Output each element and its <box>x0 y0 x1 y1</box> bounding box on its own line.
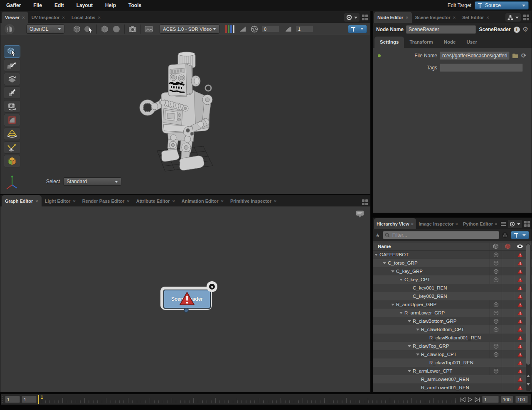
visibility-cell[interactable] <box>514 284 526 292</box>
scene-cube-cell[interactable] <box>490 267 502 275</box>
star-icon[interactable] <box>375 232 380 238</box>
expander-icon[interactable] <box>398 312 404 314</box>
node-editor-tab[interactable]: Scene Inspector <box>412 12 459 23</box>
tree-row[interactable]: R_armLower001_REN <box>373 383 532 392</box>
expander-icon[interactable] <box>414 329 421 331</box>
graph-tab[interactable]: Attribute Editor <box>133 195 178 206</box>
tree-row[interactable]: C_key002_REN <box>373 292 532 300</box>
layout-grid-icon[interactable] <box>523 15 529 20</box>
tags-input[interactable] <box>440 64 523 72</box>
light-tool[interactable] <box>4 128 20 140</box>
tree-row[interactable]: R_clawTop_CPT <box>373 350 532 358</box>
tree-row[interactable]: R_armUpper_GRP <box>373 300 532 309</box>
red-cube-cell[interactable] <box>502 275 514 284</box>
tree-row[interactable]: R_armLower_GRP <box>373 309 532 317</box>
visibility-cell[interactable] <box>514 358 526 367</box>
scene-cube-cell[interactable] <box>490 325 502 334</box>
filter-field[interactable] <box>383 231 499 239</box>
node-editor-tab[interactable]: Set Editor <box>459 12 492 23</box>
scene-cube-cell[interactable] <box>490 300 502 309</box>
hierarchy-tab[interactable]: Image Inspector <box>416 218 461 229</box>
scroll-down-icon[interactable] <box>527 383 530 386</box>
viewer-target-menu-button[interactable] <box>344 13 360 22</box>
snapshot-button[interactable] <box>127 24 138 34</box>
scene-cube-cell[interactable] <box>490 342 502 350</box>
scrollbar[interactable] <box>526 243 531 391</box>
pause-hand-button[interactable] <box>4 24 15 34</box>
close-icon[interactable] <box>73 199 75 204</box>
display-transform-dropdown[interactable]: ACES 1.0 - SDR Video <box>160 25 219 34</box>
translate-tool[interactable] <box>4 59 20 71</box>
playback-end-input[interactable] <box>501 396 513 403</box>
playback-start-input[interactable] <box>482 396 499 403</box>
compare-image-button[interactable] <box>143 24 155 34</box>
visibility-cell[interactable] <box>514 259 526 267</box>
viewer-tab[interactable]: Viewer <box>2 12 28 23</box>
node-editor-tab[interactable]: Node Editor <box>374 12 412 23</box>
menu-item[interactable]: Tools <box>122 0 148 11</box>
node-name-input[interactable] <box>406 25 476 34</box>
tree-row[interactable]: C_key001_REN <box>373 284 532 292</box>
red-cube-cell[interactable] <box>502 325 514 334</box>
viewer-pin-dropdown[interactable] <box>348 25 367 33</box>
red-cube-cell[interactable] <box>502 342 514 350</box>
scale-tool[interactable] <box>4 86 20 99</box>
visibility-cell[interactable] <box>514 342 526 350</box>
graph-tab[interactable]: Primitive Inspector <box>227 195 280 206</box>
visibility-cell[interactable] <box>514 267 526 275</box>
red-cube-cell[interactable] <box>502 334 514 342</box>
visibility-cell[interactable] <box>514 350 526 358</box>
close-icon[interactable] <box>495 221 497 226</box>
select-dropdown[interactable]: Standard <box>63 177 121 186</box>
visibility-cell[interactable] <box>514 367 526 375</box>
expander-icon[interactable] <box>414 354 421 356</box>
visibility-cell[interactable] <box>514 275 526 284</box>
tree-row[interactable]: R_clawBottom001_REN <box>373 334 532 342</box>
visibility-column-header[interactable] <box>514 243 526 250</box>
selection-tool[interactable] <box>4 45 20 58</box>
close-icon[interactable] <box>406 15 408 20</box>
red-cube-cell[interactable] <box>502 367 514 375</box>
visibility-cell[interactable] <box>514 325 526 334</box>
red-cube-cell[interactable] <box>502 375 514 383</box>
red-cube-cell[interactable] <box>502 309 514 317</box>
close-icon[interactable] <box>455 221 458 226</box>
viewer-tab[interactable]: Local Jobs <box>68 12 104 23</box>
play-icon[interactable] <box>468 397 473 402</box>
red-cube-cell[interactable] <box>502 292 514 300</box>
menu-item[interactable]: Edit <box>48 0 70 11</box>
scene-reader-node[interactable]: SceneReader <box>160 287 212 310</box>
visibility-cell[interactable] <box>514 292 526 300</box>
expander-icon[interactable] <box>389 270 396 273</box>
camera-tool[interactable] <box>4 100 20 113</box>
scene-cube-cell[interactable] <box>490 250 502 259</box>
expander-icon[interactable] <box>406 320 413 322</box>
visualiser-tool[interactable] <box>4 155 20 167</box>
light-position-tool[interactable] <box>4 141 20 154</box>
subtab[interactable]: Node <box>438 37 461 48</box>
timeline-grip[interactable] <box>2 396 2 403</box>
red-cube-cell[interactable] <box>502 250 514 259</box>
menu-item[interactable]: Gaffer <box>0 0 27 11</box>
file-name-input[interactable] <box>440 52 510 60</box>
graph-tab[interactable]: Animation Editor <box>178 195 227 206</box>
close-icon[interactable] <box>127 199 129 204</box>
red-cube-cell[interactable] <box>502 383 514 392</box>
tree-row[interactable]: R_clawBottom_CPT <box>373 325 532 334</box>
timeline-field-1[interactable] <box>5 396 20 403</box>
renderer-dropdown[interactable]: OpenGL <box>26 25 64 34</box>
timeline-ruler[interactable] <box>41 395 460 403</box>
tree-row[interactable]: C_key_GRP <box>373 267 532 275</box>
red-cube-cell[interactable] <box>502 350 514 358</box>
close-icon[interactable] <box>35 199 38 204</box>
tree-row[interactable]: C_torso_GRP <box>373 259 532 267</box>
subtab[interactable]: User <box>461 37 483 48</box>
hierarchy-tab[interactable]: Python Editor <box>461 218 499 229</box>
cube-column-header[interactable] <box>490 243 502 250</box>
graph-tab[interactable]: Graph Editor <box>2 195 42 206</box>
close-icon[interactable] <box>22 15 25 20</box>
subtab[interactable]: Settings <box>374 37 404 48</box>
close-icon[interactable] <box>486 15 489 20</box>
graph-tab[interactable]: Light Editor <box>42 195 79 206</box>
expander-icon[interactable] <box>406 370 413 372</box>
